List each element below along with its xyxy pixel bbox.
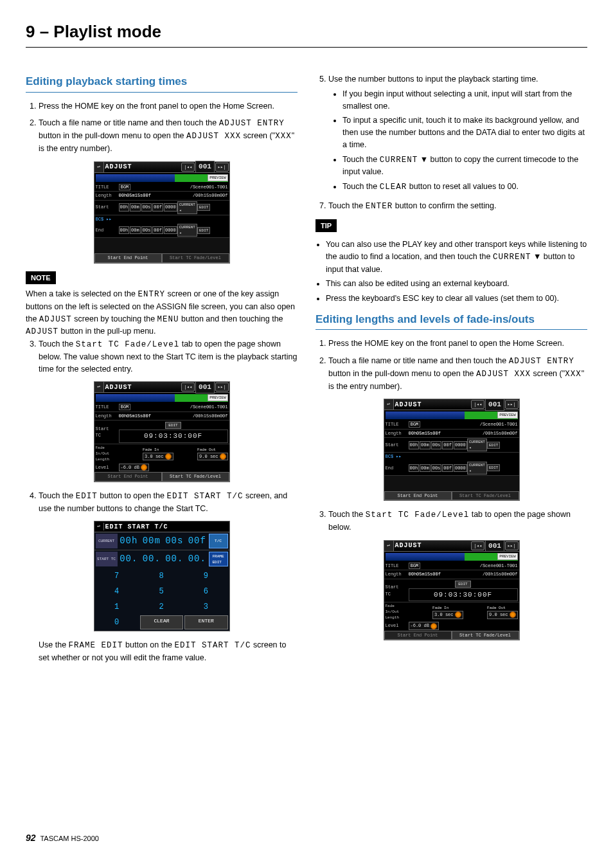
steps-list-1: Press the HOME key on the front panel to… — [26, 100, 298, 155]
tab-start-tc-fade-level[interactable]: Start TC Fade/Level — [162, 253, 229, 263]
knob-icon[interactable] — [141, 464, 147, 471]
edit-button[interactable]: EDIT — [197, 227, 210, 234]
tc-cell[interactable]: 00s — [431, 464, 442, 473]
next-entry-button[interactable]: ▸▸| — [215, 383, 229, 392]
tc-cell[interactable]: 00s — [141, 203, 152, 212]
tc-cell[interactable]: 00f — [152, 226, 163, 235]
back-icon[interactable]: ↩ — [384, 541, 394, 551]
edit-button[interactable]: EDIT — [487, 442, 500, 449]
start-tc-cells: 00h 00m 00s 00f 0000 — [119, 203, 177, 212]
frame-edit-button[interactable]: FRAME EDIT — [209, 552, 228, 566]
seg-input[interactable]: 00. — [186, 552, 209, 566]
back-icon[interactable]: ↩ — [94, 382, 104, 392]
entry-number: 001 — [485, 540, 504, 552]
tab-start-end-point[interactable]: Start End Point — [94, 253, 162, 263]
fade-out-control[interactable]: 9.0 sec — [197, 453, 227, 461]
fade-in-control[interactable]: 3.0 sec — [143, 453, 173, 461]
seg-input[interactable]: 00. — [140, 552, 163, 566]
preview-button[interactable]: PREVIEW — [208, 174, 227, 181]
seg-input[interactable]: 00. — [163, 552, 186, 566]
back-icon[interactable]: ↩ — [94, 162, 104, 172]
keypad-6[interactable]: 6 — [184, 584, 227, 599]
preview-button[interactable]: PREVIEW — [497, 553, 517, 560]
current-button[interactable]: CURRENT◂ — [467, 439, 487, 451]
preview-button[interactable]: PREVIEW — [208, 394, 227, 401]
tc-cell[interactable]: 00h — [409, 441, 420, 449]
tc-cell[interactable]: 00f — [442, 441, 453, 449]
tc-cell[interactable]: 00f — [152, 203, 163, 212]
title-value[interactable]: BGM — [119, 184, 131, 190]
edit-button[interactable]: EDIT — [165, 422, 181, 429]
tab-start-tc-fade-level[interactable]: Start TC Fade/Level — [162, 472, 229, 482]
next-entry-button[interactable]: ▸▸| — [505, 400, 519, 409]
tc-cell[interactable]: 00m — [130, 226, 141, 235]
keypad-8[interactable]: 8 — [140, 569, 183, 583]
level-control[interactable]: -6.0 dB — [409, 622, 439, 630]
tc-cell[interactable]: 00m — [130, 203, 141, 212]
back-icon[interactable]: ↩ — [94, 523, 104, 530]
tc-cell[interactable]: 00h — [119, 203, 130, 212]
next-entry-button[interactable]: ▸▸| — [505, 541, 519, 550]
knob-icon[interactable] — [510, 611, 516, 618]
knob-icon[interactable] — [431, 623, 437, 629]
fade-out-control[interactable]: 9.0 sec — [487, 611, 517, 619]
prev-entry-button[interactable]: |◂◂ — [181, 163, 195, 172]
current-button[interactable]: CURRENT◂ — [177, 224, 197, 237]
knob-icon[interactable] — [165, 453, 172, 460]
tip-label: TIP — [315, 219, 337, 233]
level-control[interactable]: -6.0 dB — [119, 464, 149, 472]
tab-start-end-point[interactable]: Start End Point — [94, 472, 162, 482]
keypad-2[interactable]: 2 — [140, 600, 183, 614]
tab-start-tc-fade-level[interactable]: Start TC Fade/Level — [452, 491, 519, 501]
knob-icon[interactable] — [455, 611, 461, 618]
tab-start-end-point[interactable]: Start End Point — [384, 631, 452, 640]
enter-button[interactable]: ENTER — [184, 615, 227, 629]
title-value[interactable]: BGM — [409, 421, 421, 428]
current-button[interactable]: CURRENT◂ — [467, 462, 487, 475]
tc-cell[interactable]: 00m — [420, 464, 431, 473]
prev-entry-button[interactable]: |◂◂ — [471, 541, 484, 550]
tc-cell[interactable]: 00h — [409, 464, 420, 473]
tc-cell[interactable]: 00s — [141, 226, 152, 235]
keypad-1[interactable]: 1 — [96, 600, 139, 614]
seg-input[interactable]: 00. — [118, 552, 141, 566]
clear-button[interactable]: CLEAR — [140, 615, 183, 629]
section-editing-start-times: Editing playback starting times — [26, 73, 298, 93]
edit-button[interactable]: EDIT — [197, 204, 210, 211]
level-label: Level — [96, 464, 119, 471]
fade-in-control[interactable]: 3.0 sec — [432, 611, 463, 619]
tc-cell[interactable]: 0000 — [164, 203, 177, 212]
current-button[interactable]: CURRENT◂ — [177, 201, 197, 214]
start-tc-label: START TC — [96, 552, 118, 566]
title-label: TITLE — [96, 184, 119, 191]
seg-display: 00h — [118, 534, 141, 548]
keypad-5[interactable]: 5 — [140, 584, 183, 599]
tab-start-tc-fade-level[interactable]: Start TC Fade/Level — [452, 631, 519, 640]
tc-cell[interactable]: 0000 — [454, 441, 467, 449]
tc-cell[interactable]: 0000 — [454, 464, 467, 473]
prev-entry-button[interactable]: |◂◂ — [471, 400, 484, 409]
keypad-3[interactable]: 3 — [184, 600, 227, 614]
step-5-bullet-2: To input a specific unit, touch it to ma… — [342, 114, 587, 150]
preview-button[interactable]: PREVIEW — [497, 411, 517, 419]
edit-button[interactable]: EDIT — [487, 464, 500, 471]
keypad-0[interactable]: 0 — [96, 615, 139, 629]
tc-cell[interactable]: 0000 — [164, 226, 177, 235]
keypad-7[interactable]: 7 — [96, 569, 139, 583]
edit-button[interactable]: EDIT — [455, 581, 470, 588]
keypad-9[interactable]: 9 — [184, 569, 227, 583]
back-icon[interactable]: ↩ — [384, 399, 394, 410]
tc-cell[interactable]: 00h — [119, 226, 130, 235]
tc-cell[interactable]: 00f — [442, 464, 453, 473]
tab-start-end-point[interactable]: Start End Point — [384, 491, 452, 501]
prev-entry-button[interactable]: |◂◂ — [181, 383, 195, 392]
tc-cell[interactable]: 00m — [420, 441, 431, 449]
tc-side-button[interactable]: T/C — [209, 534, 228, 548]
tc-cell[interactable]: 00s — [431, 441, 442, 449]
next-entry-button[interactable]: ▸▸| — [215, 163, 229, 172]
current-label: CURRENT — [96, 534, 118, 548]
keypad-4[interactable]: 4 — [96, 584, 139, 599]
title-value[interactable]: BGM — [409, 563, 421, 569]
title-value[interactable]: BGM — [119, 404, 131, 410]
knob-icon[interactable] — [220, 453, 226, 460]
